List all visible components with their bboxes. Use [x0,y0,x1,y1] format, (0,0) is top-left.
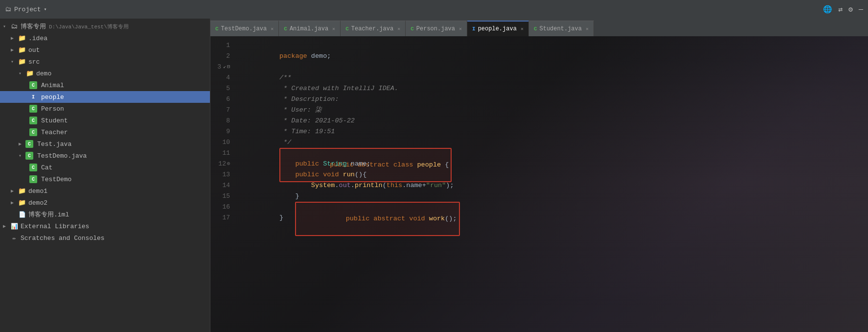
toolbar-icons: 🌐 ⇄ ⚙ — [823,5,863,14]
tab-testdemo[interactable]: C TestDemo.java ✕ [210,21,279,36]
demo1-label: demo1 [28,188,47,195]
tab-person-label: Person.java [416,25,455,32]
sidebar-item-iml[interactable]: 📄 博客专用.iml [0,209,210,220]
line-num-4: 4 [210,72,230,83]
src-arrow: ▾ [11,59,18,65]
sidebar-item-src[interactable]: ▾ 📁 src [0,56,210,68]
tab-animal-close[interactable]: ✕ [332,26,335,32]
iml-icon: 📄 [18,210,26,219]
animal-label: Animal [41,82,64,89]
tab-teacher-icon: C [345,26,349,32]
tab-testdemo-icon: C [215,26,219,32]
line-num-2: 2 [210,51,230,62]
tab-teacher-close[interactable]: ✕ [397,26,400,32]
root-label: 博客专用 [21,22,46,31]
sidebar-item-out[interactable]: ▶ 📁 out [0,44,210,56]
iml-label: 博客专用.iml [28,210,69,219]
line-num-17: 17 [210,213,230,223]
line-num-13: 13 [210,169,230,180]
tab-testdemo-close[interactable]: ✕ [271,26,274,32]
tab-people-icon: I [472,26,476,32]
line-num-8: 8 [210,116,230,126]
line-num-3: 3 ↙⊟ [210,62,230,72]
tab-people-close[interactable]: ✕ [521,26,524,32]
line-num-7: 7 [210,105,230,116]
demo1-arrow: ▶ [11,188,18,194]
sidebar-item-testdemo[interactable]: ▾ C TestDemo.java [0,150,210,162]
sidebar-item-demo[interactable]: ▾ 📁 demo [0,68,210,79]
split-icon[interactable]: ⇄ [838,5,843,14]
title-bar: 🗂 Project ▾ 🌐 ⇄ ⚙ — [0,0,868,19]
dropdown-icon[interactable]: ▾ [44,6,47,12]
sidebar-item-demo1[interactable]: ▶ 📁 demo1 [0,185,210,197]
project-icon: 🗂 [10,22,19,31]
root-path: D:\Java\Java_test\博客专用 [49,23,129,30]
sidebar-item-scratches[interactable]: ✏️ Scratches and Consoles [0,232,210,244]
editor-area: C TestDemo.java ✕ C Animal.java ✕ C Teac… [210,19,868,332]
extlib-label: External Libraries [21,223,89,230]
sidebar-item-teacher[interactable]: C Teacher [0,126,210,138]
tab-student-icon: C [534,26,537,32]
code-line-13: System.out.println(this.name+"run"); [240,169,863,180]
code-line-8: * Time: 19:51 [240,116,863,126]
code-content[interactable]: package demo; /** * Created with Intelli… [235,36,868,332]
sidebar-item-animal[interactable]: C Animal [0,79,210,91]
person-label: Person [41,105,64,113]
sidebar-item-people[interactable]: I people [0,91,210,103]
test-arrow: ▶ [19,141,25,147]
folder-icon: 📁 [18,198,26,207]
testdemo-label: TestDemo.java [37,152,87,160]
student-label: Student [41,117,68,124]
tab-student[interactable]: C Student.java ✕ [529,21,594,36]
minimize-icon[interactable]: — [859,5,863,14]
tab-teacher-label: Teacher.java [351,25,393,32]
settings-icon[interactable]: ⚙ [848,5,853,14]
sidebar-item-cat[interactable]: C Cat [0,162,210,173]
main-layout: ▾ 🗂 博客专用 D:\Java\Java_test\博客专用 ▶ 📁 .ide… [0,19,868,332]
project-tree: ▾ 🗂 博客专用 D:\Java\Java_test\博客专用 ▶ 📁 .ide… [0,19,210,332]
class-icon: C [29,117,37,124]
tab-teacher[interactable]: C Teacher.java ✕ [341,21,406,36]
root-arrow: ▾ [3,24,10,29]
sidebar-item-idea[interactable]: ▶ 📁 .idea [0,32,210,44]
sidebar-item-student[interactable]: C Student [0,115,210,126]
tab-student-label: Student.java [540,25,582,32]
code-line-14: } [240,180,863,191]
src-label: src [28,58,40,66]
sidebar-item-test[interactable]: ▶ C Test.java [0,138,210,150]
testdemo-class-label: TestDemo [41,176,71,183]
tab-person-close[interactable]: ✕ [459,26,462,32]
tab-person-icon: C [411,26,414,32]
sidebar-item-testdemo-class[interactable]: C TestDemo [0,173,210,185]
demo-arrow: ▾ [19,71,25,76]
line-num-10: 10 [210,137,230,148]
out-arrow: ▶ [11,47,18,53]
globe-icon[interactable]: 🌐 [823,5,832,14]
tab-person[interactable]: C Person.java ✕ [406,21,467,36]
code-line-7: * Date: 2021-05-22 [240,105,863,116]
sidebar-item-person[interactable]: C Person [0,103,210,115]
tab-animal[interactable]: C Animal.java ✕ [279,21,341,36]
tab-people[interactable]: I people.java ✕ [467,21,529,36]
tab-student-close[interactable]: ✕ [586,26,589,32]
tab-people-label: people.java [478,25,517,32]
demo2-label: demo2 [28,199,47,207]
class-icon: C [25,140,33,148]
interface-icon: I [29,93,37,101]
class-icon: C [29,164,37,171]
idea-label: .idea [28,35,47,42]
line-num-5: 5 [210,83,230,94]
tree-root[interactable]: ▾ 🗂 博客专用 D:\Java\Java_test\博客专用 [0,21,210,32]
tab-animal-label: Animal.java [290,25,328,32]
tab-animal-icon: C [284,26,287,32]
extlib-icon: 📊 [10,222,19,231]
cat-label: Cat [41,164,52,171]
line-num-6: 6 [210,94,230,105]
sidebar-item-external-libs[interactable]: ▶ 📊 External Libraries [0,220,210,232]
code-line-3: /** [240,62,863,72]
idea-arrow: ▶ [11,35,18,41]
line-num-16: 16 [210,202,230,213]
sidebar-item-demo2[interactable]: ▶ 📁 demo2 [0,197,210,209]
project-label: 🗂 Project ▾ [5,6,47,13]
code-editor[interactable]: 1 2 3 ↙⊟ 4 5 6 7 8 9 10 11 12 ⊙ 13 14 15… [210,36,868,332]
